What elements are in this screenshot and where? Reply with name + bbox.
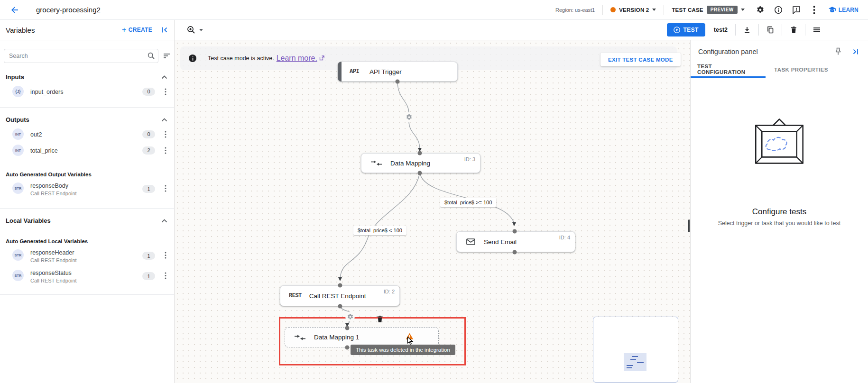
node-label: Data Mapping 1: [314, 334, 359, 341]
variable-source: Call REST Endpoint: [30, 257, 142, 263]
email-icon: [466, 238, 475, 245]
config-panel-title: Configuration panel: [698, 48, 835, 55]
node-data-mapping[interactable]: Data Mapping ID: 3: [361, 153, 480, 173]
data-mapping-icon: [295, 334, 305, 341]
download-icon[interactable]: [740, 23, 754, 36]
variables-title: Variables: [6, 26, 35, 34]
chevron-down-icon: [652, 9, 656, 11]
empty-state: Configure tests Select trigger or task t…: [691, 78, 868, 227]
edge-settings-gear-icon[interactable]: [345, 312, 355, 321]
variable-row[interactable]: STR responseStatus Call REST Endpoint 1: [0, 266, 174, 287]
sort-icon[interactable]: [163, 53, 170, 59]
node-id: ID: 3: [464, 156, 475, 162]
banner-text: Test case mode is active.: [208, 55, 274, 62]
header-divider: [602, 5, 603, 15]
create-variable-button[interactable]: + CREATE: [122, 26, 152, 34]
variable-name: out2: [30, 131, 42, 138]
test-actions: TEST test2: [667, 23, 823, 36]
node-send-email[interactable]: Send Email ID: 4: [456, 231, 575, 252]
learn-link[interactable]: LEARN: [828, 6, 859, 14]
row-menu-icon[interactable]: [162, 185, 169, 192]
variable-source: Call REST Endpoint: [30, 191, 142, 196]
delete-task-icon[interactable]: [377, 315, 383, 325]
section-divider: [0, 107, 174, 108]
canvas-toolbar: TEST test2: [175, 20, 868, 40]
outputs-title: Outputs: [6, 116, 29, 123]
row-menu-icon[interactable]: [162, 252, 169, 259]
picture-frame-illustration: [748, 117, 811, 166]
zoom-control[interactable]: [187, 26, 203, 34]
back-arrow-icon[interactable]: [10, 6, 19, 14]
pin-icon[interactable]: [835, 47, 841, 55]
row-menu-icon[interactable]: [162, 147, 169, 154]
tab-task-properties[interactable]: TASK PROPERTIES: [766, 62, 837, 78]
chevron-up-icon[interactable]: [161, 219, 167, 223]
preview-badge: PREVIEW: [707, 6, 738, 14]
tab-test-configuration[interactable]: TEST CONFIGURATION: [691, 62, 766, 78]
chevron-up-icon[interactable]: [161, 118, 167, 122]
toolbar-row: Variables + CREATE TEST test2: [0, 20, 868, 40]
variable-source: Call REST Endpoint: [30, 278, 142, 283]
edge-condition-label[interactable]: $total_price$ < 100: [353, 226, 406, 235]
usage-count-badge: 0: [142, 130, 155, 138]
section-divider: [0, 208, 174, 209]
panel-resize-handle[interactable]: [688, 219, 690, 232]
test-button-label: TEST: [683, 27, 699, 33]
version-status-dot: [610, 7, 616, 12]
row-menu-icon[interactable]: [162, 272, 169, 279]
variable-name: input_orders: [30, 89, 64, 95]
type-badge: INT: [12, 145, 24, 156]
node-label: Send Email: [484, 238, 517, 246]
feedback-icon[interactable]: [787, 1, 805, 19]
school-icon: [828, 6, 836, 14]
toolbar-divider: [805, 24, 805, 36]
node-api-trigger[interactable]: API API Trigger: [338, 62, 458, 82]
variable-row[interactable]: INT out2 0: [0, 125, 174, 141]
more-vert-icon[interactable]: [805, 1, 823, 19]
create-label: CREATE: [129, 27, 152, 33]
local-vars-section-header: Local Variables: [0, 217, 174, 224]
header-divider: [664, 5, 664, 15]
variable-row[interactable]: STR responseBody Call REST Endpoint 1: [0, 179, 174, 200]
edge-settings-gear-icon[interactable]: [404, 112, 414, 122]
version-dropdown[interactable]: VERSION 2: [610, 7, 656, 13]
minimap-content: [624, 353, 646, 371]
learn-more-link[interactable]: Learn more.: [277, 54, 317, 63]
search-input[interactable]: [4, 49, 158, 63]
copy-icon[interactable]: [764, 23, 777, 36]
workflow-canvas[interactable]: Test case mode is active. Learn more. EX…: [175, 40, 690, 383]
test-case-name: test2: [714, 27, 728, 33]
variable-row[interactable]: {J} input_orders 0: [0, 82, 174, 100]
variable-row[interactable]: INT total_price 2: [0, 141, 174, 159]
test-case-label: TEST CASE: [672, 7, 703, 13]
variable-row[interactable]: STR responseHeader Call REST Endpoint 1: [0, 246, 174, 266]
row-menu-icon[interactable]: [162, 88, 169, 95]
collapse-panel-icon[interactable]: [852, 48, 859, 55]
edge-condition-label[interactable]: $total_price$ >= 100: [440, 198, 496, 207]
info-icon: [189, 55, 196, 62]
rest-glyph: REST: [289, 292, 302, 299]
region-label: Region: us-east1: [555, 7, 595, 13]
play-icon: [674, 27, 680, 33]
collapse-sidebar-icon[interactable]: [161, 26, 168, 34]
menu-list-icon[interactable]: [810, 23, 823, 36]
exit-test-case-mode-button[interactable]: EXIT TEST CASE MODE: [600, 53, 681, 66]
outputs-section-header: Outputs: [0, 116, 174, 123]
delete-trash-icon[interactable]: [787, 23, 800, 36]
type-badge: INT: [12, 128, 24, 140]
test-button[interactable]: TEST: [667, 23, 705, 36]
test-case-dropdown[interactable]: TEST CASE PREVIEW: [672, 6, 744, 14]
chevron-up-icon[interactable]: [161, 75, 167, 79]
toolbar-divider: [782, 24, 782, 36]
type-badge: {J}: [12, 86, 24, 97]
node-label: Data Mapping: [390, 160, 430, 167]
info-icon[interactable]: [769, 1, 787, 19]
settings-gear-icon[interactable]: [751, 1, 769, 19]
inputs-section-header: Inputs: [0, 73, 174, 81]
minimap[interactable]: [593, 317, 678, 383]
external-link-icon: [319, 54, 324, 63]
type-badge: STR: [12, 182, 24, 194]
row-menu-icon[interactable]: [162, 131, 169, 138]
usage-count-badge: 0: [142, 88, 155, 96]
node-call-rest-endpoint[interactable]: REST Call REST Endpoint ID: 2: [280, 285, 400, 306]
